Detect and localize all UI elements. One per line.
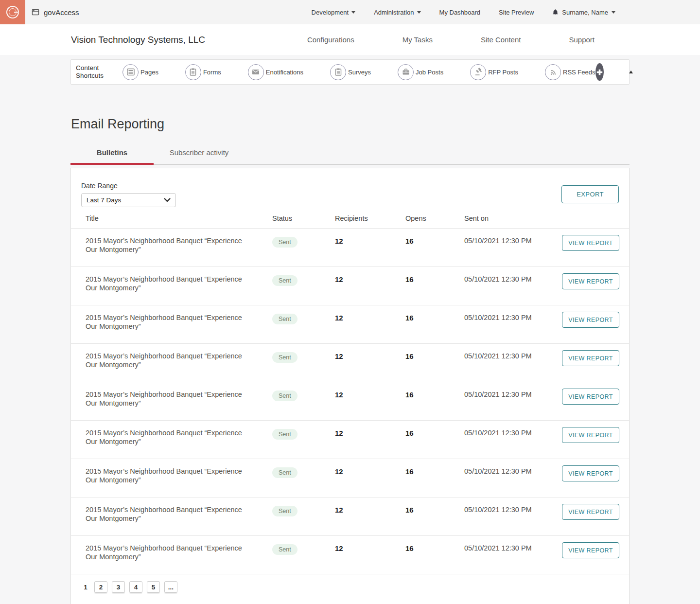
sent-on-value: 05/10/2021 12:30 PM [464,314,562,321]
user-menu[interactable]: Surname, Name [552,9,615,16]
sent-on-value: 05/10/2021 12:30 PM [464,391,562,398]
site-nav-item[interactable]: My Tasks [402,36,433,44]
topbar-nav-item-label: My Dashboard [439,9,481,16]
shortcut-icon-circle [470,64,486,80]
column-header-sent-on: Sent on [464,214,562,222]
shortcut-item[interactable]: Job Posts [398,64,443,80]
pagination-current-page: 1 [81,584,90,591]
topbar-nav: Development Administration My Dashboard … [312,9,615,16]
add-shortcut-button[interactable] [595,63,604,81]
view-report-button[interactable]: VIEW REPORT [562,465,619,481]
status-badge: Sent [272,391,298,401]
topbar-nav-item[interactable]: My Dashboard [439,9,481,16]
status-badge: Sent [272,467,298,478]
chevron-down-icon [164,198,171,202]
govaccess-logo[interactable] [0,0,25,24]
opens-value: 16 [405,237,464,245]
opens-value: 16 [405,467,464,476]
shortcut-icon-circle [122,64,139,80]
date-range-label: Date Range [81,182,619,190]
bulletin-title: 2015 Mayor’s Neighborhood Banquet “Exper… [81,391,254,408]
collapse-caret-icon[interactable] [629,71,633,73]
bulletins-panel: Date Range Last 7 Days EXPORT Title Stat… [70,168,630,604]
status-badge: Sent [272,275,298,286]
shortcut-item[interactable]: RFP Posts [470,64,518,80]
bulletin-title: 2015 Mayor’s Neighborhood Banquet “Exper… [81,237,254,254]
shortcut-item[interactable]: Enotifications [248,64,303,80]
pagination-page-button[interactable]: ... [164,581,177,593]
recipients-value: 12 [335,314,405,322]
pagination-page-button[interactable]: 3 [112,581,125,593]
recipients-value: 12 [335,429,405,437]
table-row: 2015 Mayor’s Neighborhood Banquet “Exper… [71,344,629,382]
bulletin-title: 2015 Mayor’s Neighborhood Banquet “Exper… [81,314,254,331]
table-row: 2015 Mayor’s Neighborhood Banquet “Exper… [71,459,629,497]
view-report-button[interactable]: VIEW REPORT [562,235,619,251]
column-header-status: Status [272,214,335,222]
briefcase-icon [402,68,410,76]
opens-value: 16 [405,544,464,552]
view-report-button[interactable]: VIEW REPORT [562,542,619,558]
site-nav-item[interactable]: Site Content [481,36,521,44]
recipients-value: 12 [335,275,405,284]
pages-icon [126,68,135,76]
view-report-button[interactable]: VIEW REPORT [562,427,619,443]
sent-on-value: 05/10/2021 12:30 PM [464,544,562,552]
topbar-brand: govAccess [32,8,79,17]
view-report-button[interactable]: VIEW REPORT [562,389,619,405]
date-range-value: Last 7 Days [87,196,164,204]
shortcut-item[interactable]: Surveys [330,64,371,80]
shortcut-item[interactable]: Forms [185,64,221,80]
clipboard-icon [334,68,343,76]
column-header-opens: Opens [405,214,464,222]
sent-on-value: 05/10/2021 12:30 PM [464,429,562,437]
opens-value: 16 [405,314,464,322]
bulletins-table: Title Status Recipients Opens Sent on 20… [71,207,629,574]
shortcut-icon-circle [185,64,201,80]
topbar-nav-item[interactable]: Administration [374,9,420,16]
table-row: 2015 Mayor’s Neighborhood Banquet “Exper… [71,421,629,459]
shortcut-icon-circle [398,64,414,80]
chevron-down-icon [612,11,615,14]
shortcut-icon-circle [545,64,561,80]
shortcut-item-label: Job Posts [416,69,443,76]
view-report-button[interactable]: VIEW REPORT [562,350,619,366]
view-report-button[interactable]: VIEW REPORT [562,273,619,289]
column-header-recipients: Recipients [335,214,405,222]
table-body: 2015 Mayor’s Neighborhood Banquet “Exper… [71,229,629,574]
opens-value: 16 [405,352,464,360]
status-badge: Sent [272,314,298,324]
topbar-nav-item[interactable]: Development [312,9,356,16]
site-header: Vision Technology Systems, LLC Configura… [0,24,700,55]
topbar-nav-item[interactable]: Site Preview [499,9,534,16]
table-header: Title Status Recipients Opens Sent on [71,207,629,229]
chevron-down-icon [351,11,355,14]
view-report-button[interactable]: VIEW REPORT [562,504,619,520]
bulletin-title: 2015 Mayor’s Neighborhood Banquet “Exper… [81,352,254,369]
brand-label: govAccess [44,8,79,17]
date-range-select[interactable]: Last 7 Days [81,193,176,207]
g-logo-icon [6,6,19,18]
pagination-page-button[interactable]: 4 [129,581,142,593]
shortcut-item[interactable]: RSS Feeds [545,64,595,80]
chevron-down-icon [417,11,421,14]
opens-value: 16 [405,275,464,284]
site-nav-item[interactable]: Support [569,36,595,44]
table-row: 2015 Mayor’s Neighborhood Banquet “Exper… [71,305,629,344]
tab-bulletins[interactable]: Bulletins [70,144,154,165]
bell-icon [552,9,559,16]
topbar-nav-item-label: Administration [374,9,414,16]
pagination-page-button[interactable]: 2 [94,581,107,593]
shortcut-item[interactable]: Pages [122,64,158,80]
export-button[interactable]: EXPORT [561,185,619,203]
site-nav-item[interactable]: Configurations [307,36,354,44]
page-title: Email Reporting [71,117,700,132]
recipients-value: 12 [335,544,405,552]
pagination: 1 2 3 4 5 ... [71,574,629,593]
site-name: Vision Technology Systems, LLC [71,35,205,45]
view-report-button[interactable]: VIEW REPORT [562,312,619,328]
shortcut-item-label: RFP Posts [488,69,518,76]
shortcut-icon-circle [330,64,346,80]
tab-subscriber-activity[interactable]: Subscriber activity [154,144,245,165]
pagination-page-button[interactable]: 5 [147,581,160,593]
